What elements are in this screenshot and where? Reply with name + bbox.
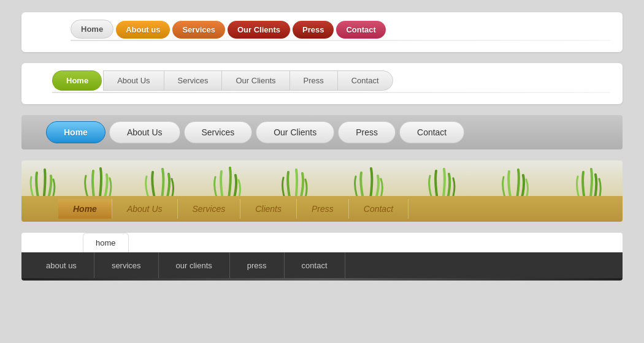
nav4-tab-contact[interactable]: Contact bbox=[349, 199, 408, 219]
nav1-divider bbox=[71, 40, 610, 41]
nav5-top-tabs: home bbox=[21, 233, 623, 252]
nav3-tab-contact[interactable]: Contact bbox=[399, 121, 464, 143]
nav5-bar-tab-our-clients[interactable]: our clients bbox=[159, 252, 230, 278]
nav4-tab-services[interactable]: Services bbox=[178, 199, 241, 219]
nav1-tab-about-us[interactable]: About us bbox=[116, 21, 170, 39]
nav2: HomeAbout UsServicesOur ClientsPressCont… bbox=[52, 70, 610, 91]
nav5-bottom-line bbox=[21, 278, 623, 281]
nav2-divider bbox=[52, 92, 610, 93]
nav3-tab-our-clients[interactable]: Our Clients bbox=[256, 121, 334, 143]
nav5-bar-tab-services[interactable]: services bbox=[94, 252, 159, 278]
nav1-tab-our-clients[interactable]: Our Clients bbox=[228, 21, 290, 39]
nav4-container: HomeAbout UsServicesClientsPressContact bbox=[21, 160, 623, 222]
nav3-container: HomeAbout UsServicesOur ClientsPressCont… bbox=[21, 115, 623, 149]
nav1-tab-home[interactable]: Home bbox=[71, 20, 113, 39]
nav3-tab-services[interactable]: Services bbox=[184, 121, 253, 143]
nav4-tab-about-us[interactable]: About Us bbox=[112, 199, 178, 219]
nav5-bar-tab-about-us[interactable]: about us bbox=[21, 252, 94, 278]
nav2-tab-home[interactable]: Home bbox=[52, 70, 102, 91]
nav2-tab-our-clients[interactable]: Our Clients bbox=[221, 70, 289, 91]
nav5-container: home about usservicesour clientspresscon… bbox=[21, 233, 623, 281]
nav4-tab-press[interactable]: Press bbox=[297, 199, 349, 219]
nav2-tab-contact[interactable]: Contact bbox=[337, 70, 393, 91]
nav3-tab-about-us[interactable]: About Us bbox=[109, 121, 180, 143]
nav1-tab-press[interactable]: Press bbox=[293, 21, 334, 39]
nav3-tab-press[interactable]: Press bbox=[338, 121, 396, 143]
nav2-tab-press[interactable]: Press bbox=[289, 70, 337, 91]
nav4-tab-clients[interactable]: Clients bbox=[240, 199, 297, 219]
nav5-top-tab-home[interactable]: home bbox=[83, 233, 129, 252]
nav1-tab-contact[interactable]: Contact bbox=[336, 21, 385, 39]
nav1-container: HomeAbout usServicesOur ClientsPressCont… bbox=[21, 12, 623, 52]
nav1: HomeAbout usServicesOur ClientsPressCont… bbox=[71, 20, 610, 39]
nav3-tab-home[interactable]: Home bbox=[46, 121, 105, 143]
nav5-bar: about usservicesour clientspresscontact bbox=[21, 252, 623, 278]
nav4: HomeAbout UsServicesClientsPressContact bbox=[21, 196, 623, 222]
nav5-bar-tab-press[interactable]: press bbox=[230, 252, 285, 278]
nav3: HomeAbout UsServicesOur ClientsPressCont… bbox=[46, 121, 623, 143]
nav2-tab-services[interactable]: Services bbox=[164, 70, 222, 91]
nav4-tab-home[interactable]: Home bbox=[58, 199, 112, 219]
nav2-tab-about-us[interactable]: About Us bbox=[103, 70, 163, 91]
nav5-bar-tab-contact[interactable]: contact bbox=[285, 252, 345, 278]
nav1-tab-services[interactable]: Services bbox=[172, 21, 225, 39]
nav2-container: HomeAbout UsServicesOur ClientsPressCont… bbox=[21, 63, 623, 104]
